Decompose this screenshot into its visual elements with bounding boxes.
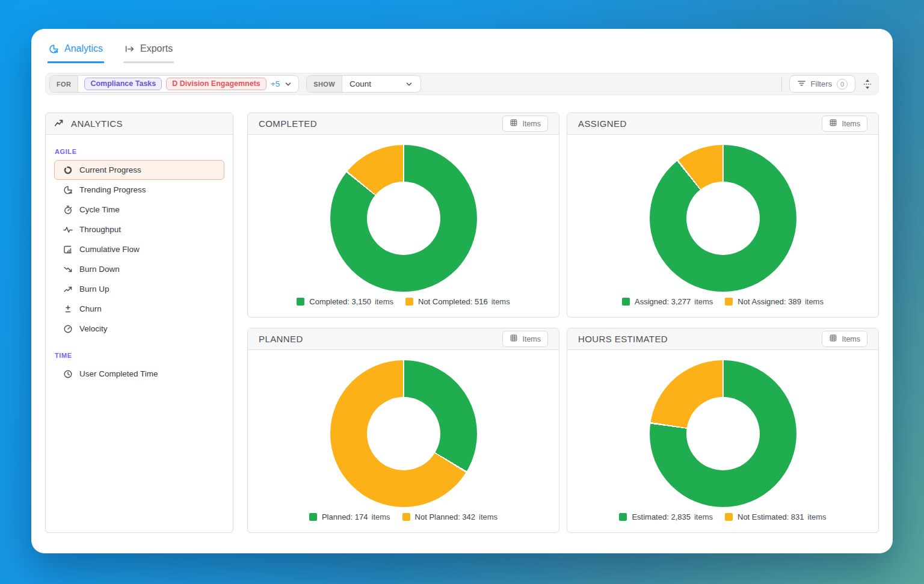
chevron-down-icon[interactable] (284, 80, 292, 88)
sidebar-item-current-progress[interactable]: Current Progress (54, 160, 224, 180)
chevron-down-icon (405, 80, 413, 88)
section-label-time: TIME (55, 352, 224, 359)
analytics-pie-chart-icon (49, 44, 59, 54)
filters-button-label: Filters (811, 79, 832, 88)
sidebar-item-velocity[interactable]: Velocity (54, 319, 224, 339)
card-title: ASSIGNED (578, 118, 627, 129)
sidebar-item-burn-up[interactable]: Burn Up (54, 279, 224, 299)
sidebar-item-label: Current Progress (79, 165, 141, 174)
section-label-agile: AGILE (55, 148, 224, 155)
table-grid-icon (510, 334, 518, 344)
divider (781, 78, 782, 91)
card-planned: PLANNED Items Planned: 174 it (247, 328, 559, 533)
legend-swatch-green (309, 513, 317, 521)
sidebar-item-cycle-time[interactable]: Cycle Time (54, 200, 224, 220)
arrow-down-right-icon (63, 265, 73, 274)
legend-item: Not Estimated: 831 items (725, 512, 827, 521)
chart-legend: Planned: 174 items Not Planned: 342 item… (309, 512, 497, 521)
for-filter-group[interactable]: FOR Compliance Tasks D Division Engagemn… (49, 75, 299, 93)
stopwatch-icon (63, 205, 73, 215)
pulse-icon (63, 225, 73, 235)
show-select-group[interactable]: SHOW Count (306, 75, 421, 93)
more-filters-count[interactable]: +5 (271, 79, 280, 88)
clock-icon (63, 369, 73, 379)
card-assigned: ASSIGNED Items Assigned: 3,277 (567, 112, 879, 318)
legend-swatch-yellow (725, 513, 733, 521)
sidebar-title: ANALYTICS (71, 118, 123, 129)
table-grid-icon (829, 334, 837, 344)
tab-analytics[interactable]: Analytics (48, 40, 104, 63)
filter-pill-compliance-tasks[interactable]: Compliance Tasks (84, 78, 162, 90)
donut-chart (650, 145, 796, 292)
donut-chart (650, 360, 796, 507)
legend-item: Assigned: 3,277 items (622, 297, 713, 306)
filter-bar: FOR Compliance Tasks D Division Engagemn… (45, 73, 879, 95)
card-hours-estimated: HOURS ESTIMATED Items Estimated: 2,835 (567, 328, 879, 533)
window-chart-icon (63, 245, 73, 254)
plus-minus-icon (63, 304, 73, 314)
table-grid-icon (829, 118, 837, 129)
sidebar-item-label: Throughput (79, 225, 121, 234)
items-button[interactable]: Items (502, 331, 548, 347)
filter-lines-icon (797, 79, 806, 90)
sidebar-item-label: Cumulative Flow (79, 245, 140, 254)
sidebar-item-throughput[interactable]: Throughput (54, 220, 224, 239)
donut-hole (367, 397, 440, 470)
line-chart-icon (54, 117, 65, 130)
sidebar-item-burn-down[interactable]: Burn Down (54, 259, 224, 279)
legend-item: Not Assigned: 389 items (725, 297, 824, 306)
expand-collapse-icon[interactable] (863, 78, 872, 90)
sidebar-item-label: Burn Up (79, 284, 109, 294)
trend-pie-icon (63, 185, 73, 195)
sidebar-item-label: Velocity (79, 324, 108, 333)
card-title: PLANNED (259, 334, 303, 344)
donut-hole (686, 182, 760, 255)
filters-button[interactable]: Filters 0 (789, 75, 855, 93)
chart-legend: Estimated: 2,835 items Not Estimated: 83… (619, 512, 826, 521)
donut-chart (330, 145, 477, 292)
tab-analytics-label: Analytics (64, 43, 103, 54)
donut-icon (63, 165, 73, 175)
items-button[interactable]: Items (822, 331, 867, 347)
chart-legend: Assigned: 3,277 items Not Assigned: 389 … (622, 297, 824, 306)
sidebar-item-label: Burn Down (79, 265, 120, 274)
legend-item: Completed: 3,150 items (297, 297, 393, 306)
tab-exports[interactable]: Exports (123, 40, 174, 63)
sidebar-item-user-completed-time[interactable]: User Completed Time (54, 364, 224, 384)
export-arrow-icon (125, 44, 135, 54)
table-grid-icon (510, 118, 518, 129)
for-label: FOR (50, 76, 78, 92)
legend-swatch-green (297, 298, 304, 306)
filters-count-badge: 0 (837, 79, 848, 90)
sidebar-item-churn[interactable]: Churn (54, 299, 224, 319)
legend-item: Planned: 174 items (309, 512, 390, 521)
sidebar-item-label: User Completed Time (79, 369, 158, 378)
legend-swatch-green (619, 513, 627, 521)
sidebar-item-label: Cycle Time (79, 205, 120, 214)
gauge-icon (63, 324, 73, 334)
analytics-sidebar: ANALYTICS AGILE Current Progress (45, 112, 233, 533)
card-title: HOURS ESTIMATED (578, 334, 668, 344)
sidebar-item-label: Churn (79, 304, 102, 313)
legend-item: Not Planned: 342 items (402, 512, 498, 521)
arrow-up-right-icon (63, 284, 73, 294)
sidebar-item-cumulative-flow[interactable]: Cumulative Flow (54, 239, 224, 259)
legend-item: Not Completed: 516 items (405, 297, 510, 306)
sidebar-item-trending-progress[interactable]: Trending Progress (54, 180, 224, 200)
donut-hole (367, 182, 440, 255)
donut-chart (330, 360, 477, 507)
show-label: SHOW (307, 76, 342, 92)
tab-exports-label: Exports (140, 43, 173, 54)
sidebar-item-label: Trending Progress (79, 185, 146, 194)
items-button[interactable]: Items (502, 115, 548, 132)
legend-swatch-green (622, 298, 630, 306)
tab-bar: Analytics Exports (45, 40, 879, 63)
legend-swatch-yellow (405, 298, 413, 306)
card-completed: COMPLETED Items Completed: 3,150 (247, 112, 559, 318)
legend-swatch-yellow (402, 513, 410, 521)
legend-swatch-yellow (725, 298, 733, 306)
filter-pill-division-engagements[interactable]: D Division Engagemnets (166, 78, 266, 90)
chart-legend: Completed: 3,150 items Not Completed: 51… (297, 297, 510, 306)
items-button[interactable]: Items (822, 115, 867, 132)
sidebar-header: ANALYTICS (46, 113, 233, 135)
